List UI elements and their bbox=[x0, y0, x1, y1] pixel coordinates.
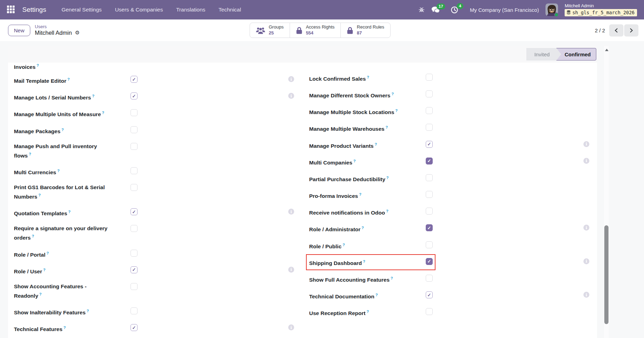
checkbox[interactable]: ✓ bbox=[131, 208, 138, 215]
help-icon[interactable]: ? bbox=[67, 77, 70, 81]
help-icon[interactable]: ? bbox=[32, 234, 34, 238]
pager-next-button[interactable] bbox=[624, 24, 638, 37]
checkbox[interactable]: ✓ bbox=[131, 324, 138, 331]
checkbox[interactable] bbox=[131, 143, 138, 150]
help-icon[interactable]: ? bbox=[375, 293, 378, 297]
help-icon[interactable]: ? bbox=[367, 75, 369, 79]
help-icon[interactable]: ? bbox=[386, 209, 388, 213]
menu-users-companies[interactable]: Users & Companies bbox=[115, 7, 163, 13]
help-icon[interactable]: ? bbox=[343, 243, 345, 247]
info-icon[interactable]: i bbox=[583, 225, 589, 231]
checkbox[interactable] bbox=[131, 109, 138, 116]
scrollbar-up-arrow-icon[interactable] bbox=[605, 49, 608, 51]
help-icon[interactable]: ? bbox=[43, 268, 46, 272]
checkbox[interactable] bbox=[426, 90, 433, 97]
activities-clock-icon[interactable]: 4 bbox=[450, 6, 458, 14]
help-icon[interactable]: ? bbox=[87, 309, 89, 313]
checkbox[interactable]: ✓ bbox=[426, 258, 433, 265]
menu-general-settings[interactable]: General Settings bbox=[62, 7, 102, 13]
checkbox[interactable] bbox=[131, 307, 138, 314]
help-icon[interactable]: ? bbox=[385, 125, 388, 129]
help-icon[interactable]: ? bbox=[57, 169, 60, 173]
record-rules-stat-button[interactable]: Record Rules 87 bbox=[340, 23, 390, 38]
help-icon[interactable]: ? bbox=[29, 152, 31, 156]
help-icon[interactable]: ? bbox=[92, 94, 94, 98]
debug-bug-icon[interactable] bbox=[418, 7, 425, 13]
app-name[interactable]: Settings bbox=[22, 6, 46, 14]
help-icon[interactable]: ? bbox=[46, 251, 49, 255]
checkbox[interactable] bbox=[131, 184, 138, 191]
info-icon[interactable]: i bbox=[583, 141, 589, 147]
user-menu[interactable]: Mitchell Admin sh_gls_fr_5_march_2026 bbox=[565, 3, 637, 17]
checkbox[interactable] bbox=[426, 208, 433, 215]
info-icon[interactable]: i bbox=[288, 76, 294, 82]
help-icon[interactable]: ? bbox=[39, 292, 42, 296]
chevron-left-icon bbox=[614, 28, 618, 33]
checkbox[interactable]: ✓ bbox=[426, 158, 433, 164]
checkbox[interactable]: ✓ bbox=[426, 291, 433, 298]
apps-menu-icon[interactable] bbox=[7, 6, 15, 14]
help-icon[interactable]: ? bbox=[353, 159, 356, 163]
company-switcher[interactable]: My Company (San Francisco) bbox=[470, 7, 539, 13]
new-button[interactable]: New bbox=[8, 25, 30, 36]
menu-translations[interactable]: Translations bbox=[176, 7, 205, 13]
help-icon[interactable]: ? bbox=[38, 193, 41, 197]
help-icon[interactable]: ? bbox=[62, 128, 64, 132]
info-icon[interactable]: i bbox=[288, 209, 294, 215]
info-icon[interactable]: i bbox=[583, 158, 589, 164]
help-icon[interactable]: ? bbox=[375, 142, 377, 146]
checkbox[interactable] bbox=[131, 283, 138, 290]
access-rights-stat-button[interactable]: Access Rights 554 bbox=[290, 23, 340, 38]
help-icon[interactable]: ? bbox=[359, 192, 361, 196]
help-icon[interactable]: ? bbox=[395, 108, 398, 113]
statusbar: Invited Confirmed bbox=[8, 46, 597, 63]
breadcrumb-current: Mitchell Admin bbox=[35, 29, 72, 37]
checkbox[interactable] bbox=[426, 107, 433, 114]
form-view: Invited Confirmed Invoices?Mail Template… bbox=[0, 41, 644, 338]
checkbox[interactable]: ✓ bbox=[131, 76, 138, 83]
checkbox[interactable]: ✓ bbox=[426, 141, 433, 148]
groups-stat-button[interactable]: Groups 25 bbox=[250, 23, 290, 38]
breadcrumb-parent-link[interactable]: Users bbox=[35, 24, 80, 30]
gear-icon[interactable]: ⚙ bbox=[75, 30, 79, 36]
checkbox[interactable] bbox=[131, 225, 138, 232]
checkbox[interactable] bbox=[131, 250, 138, 257]
help-icon[interactable]: ? bbox=[63, 325, 66, 330]
top-menu: General Settings Users & Companies Trans… bbox=[62, 7, 241, 13]
info-icon[interactable]: i bbox=[288, 267, 294, 273]
help-icon[interactable]: ? bbox=[391, 92, 394, 96]
help-icon[interactable]: ? bbox=[367, 309, 369, 314]
help-icon[interactable]: ? bbox=[37, 63, 39, 67]
setting-label: Role / Portal? bbox=[14, 249, 131, 259]
setting-label: Manage Push and Pull inventory flows? bbox=[14, 143, 131, 160]
checkbox[interactable]: ✓ bbox=[426, 224, 433, 231]
checkbox[interactable] bbox=[131, 126, 138, 133]
checkbox[interactable]: ✓ bbox=[131, 266, 138, 273]
checkbox[interactable] bbox=[426, 124, 433, 131]
checkbox[interactable] bbox=[426, 241, 433, 248]
info-icon[interactable]: i bbox=[583, 292, 589, 298]
checkbox[interactable] bbox=[426, 308, 433, 315]
checkbox[interactable] bbox=[131, 167, 138, 174]
help-icon[interactable]: ? bbox=[68, 210, 71, 214]
help-icon[interactable]: ? bbox=[102, 111, 104, 115]
status-step-invited[interactable]: Invited bbox=[526, 48, 561, 61]
info-icon[interactable]: i bbox=[288, 324, 294, 330]
help-icon[interactable]: ? bbox=[391, 276, 393, 280]
checkbox[interactable]: ✓ bbox=[131, 92, 138, 99]
help-icon[interactable]: ? bbox=[386, 176, 389, 180]
setting-label: Mail Template Editor? bbox=[14, 75, 131, 85]
messages-icon[interactable]: 17 bbox=[431, 6, 440, 14]
checkbox[interactable] bbox=[426, 191, 433, 198]
help-icon[interactable]: ? bbox=[362, 226, 364, 230]
checkbox[interactable] bbox=[426, 174, 433, 181]
avatar[interactable] bbox=[545, 3, 558, 16]
help-icon[interactable]: ? bbox=[363, 259, 366, 264]
pager-previous-button[interactable] bbox=[609, 24, 623, 37]
info-icon[interactable]: i bbox=[288, 93, 294, 99]
info-icon[interactable]: i bbox=[583, 258, 589, 264]
checkbox[interactable] bbox=[426, 74, 433, 81]
scrollbar-thumb[interactable] bbox=[604, 225, 608, 324]
menu-technical[interactable]: Technical bbox=[219, 7, 241, 13]
checkbox[interactable] bbox=[426, 275, 433, 282]
